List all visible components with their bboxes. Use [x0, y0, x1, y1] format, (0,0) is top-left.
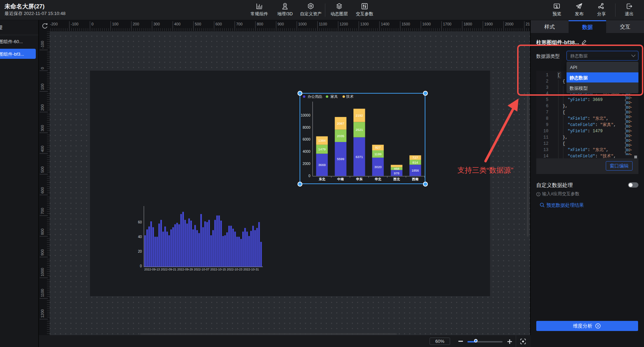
svg-text:2022-10-15: 2022-10-15 — [210, 268, 226, 271]
svg-text:100: 100 — [40, 84, 44, 90]
svg-text:500: 500 — [195, 22, 201, 26]
svg-text:1200: 1200 — [340, 22, 348, 26]
svg-text:0: 0 — [91, 22, 93, 26]
svg-text:2022-10-07: 2022-10-07 — [194, 268, 210, 271]
svg-text:300: 300 — [40, 125, 44, 131]
svg-text:1700: 1700 — [443, 22, 451, 26]
svg-text:900: 900 — [278, 22, 284, 26]
svg-text:1600: 1600 — [422, 22, 431, 26]
svg-text:1800: 1800 — [464, 22, 472, 26]
svg-text:900: 900 — [40, 249, 44, 255]
svg-text:600: 600 — [215, 22, 222, 26]
svg-text:0: 0 — [40, 67, 44, 69]
svg-text:2022-09-29: 2022-09-29 — [177, 268, 193, 271]
svg-text:600: 600 — [40, 187, 44, 194]
svg-text:2022-09-21: 2022-09-21 — [161, 268, 177, 271]
svg-text:400: 400 — [40, 146, 44, 152]
svg-text:1900: 1900 — [484, 22, 493, 26]
svg-text:700: 700 — [236, 22, 243, 26]
svg-text:60: 60 — [138, 220, 142, 224]
svg-text:0: 0 — [140, 264, 142, 268]
svg-text:300: 300 — [154, 22, 160, 26]
svg-text:20: 20 — [138, 250, 142, 253]
svg-text:1300: 1300 — [360, 22, 369, 26]
svg-text:200: 200 — [40, 104, 44, 111]
svg-text:1400: 1400 — [381, 22, 389, 26]
svg-text:1200: 1200 — [40, 309, 44, 318]
svg-text:800: 800 — [40, 229, 44, 235]
svg-text:1000: 1000 — [298, 22, 307, 26]
svg-text:700: 700 — [40, 208, 44, 214]
svg-text:2022-09-13: 2022-09-13 — [144, 268, 160, 271]
svg-text:2022-10-23: 2022-10-23 — [227, 268, 243, 271]
svg-text:1100: 1100 — [40, 289, 44, 297]
svg-text:-100: -100 — [40, 41, 44, 48]
svg-text:-200: -200 — [50, 22, 58, 26]
svg-text:100: 100 — [112, 22, 119, 26]
svg-text:1100: 1100 — [319, 22, 327, 26]
svg-text:500: 500 — [40, 166, 44, 173]
svg-text:1000: 1000 — [40, 268, 44, 276]
svg-text:200: 200 — [133, 22, 139, 26]
svg-text:800: 800 — [257, 22, 263, 26]
svg-text:400: 400 — [174, 22, 180, 26]
svg-text:1500: 1500 — [402, 22, 410, 26]
svg-text:2022-10-31: 2022-10-31 — [243, 268, 259, 271]
svg-text:-100: -100 — [71, 22, 79, 26]
svg-text:40: 40 — [138, 235, 142, 239]
svg-text:2000: 2000 — [505, 22, 513, 26]
